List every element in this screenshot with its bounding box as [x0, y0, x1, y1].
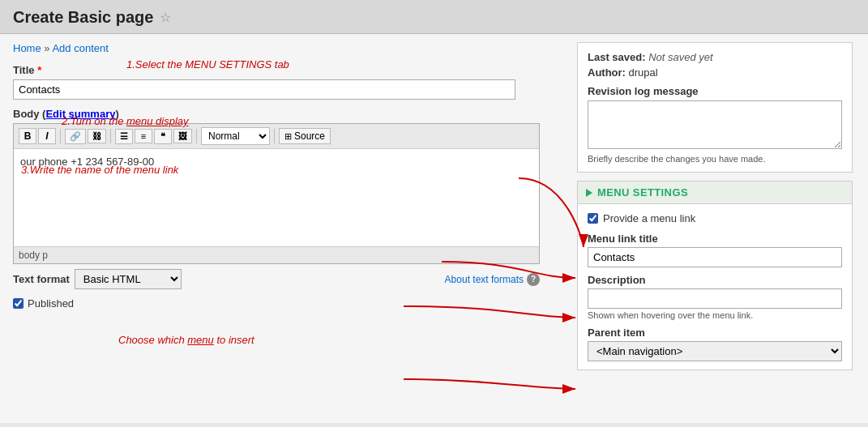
unlink-button[interactable]: ⛓: [88, 129, 106, 143]
description-input[interactable]: [588, 288, 842, 309]
annotation-step4: Choose which menu to insert: [118, 334, 254, 346]
page-header: Create Basic page ☆: [0, 0, 868, 34]
toolbar-separator-2: [110, 129, 111, 143]
menu-settings-header[interactable]: MENU SETTINGS: [578, 181, 852, 204]
bold-button[interactable]: B: [19, 128, 36, 144]
last-saved-value: Not saved yet: [648, 51, 713, 63]
editor-footer: body p: [14, 246, 539, 263]
title-input[interactable]: [13, 79, 515, 100]
link-button[interactable]: 🔗: [65, 129, 86, 144]
ul-button[interactable]: ☰: [115, 129, 133, 144]
menu-link-title-label: Menu link title: [588, 233, 842, 245]
about-formats-group: About text formats ?: [445, 273, 540, 286]
toolbar-separator-3: [196, 129, 197, 143]
toolbar-separator-1: [60, 129, 61, 143]
right-column: Last saved: Not saved yet Author: drupal…: [577, 42, 853, 415]
published-row: Published: [13, 297, 564, 310]
description-label: Description: [588, 274, 842, 286]
menu-link-title-group: Menu link title: [588, 233, 842, 267]
text-format-left: Text format Basic HTML Full HTML Restric…: [13, 269, 182, 289]
ol-button[interactable]: ≡: [135, 129, 152, 143]
last-saved-label: Last saved:: [588, 51, 646, 63]
breadcrumb-home[interactable]: Home: [13, 42, 41, 54]
toolbar-separator-4: [274, 129, 275, 143]
title-required-marker: *: [37, 64, 41, 76]
source-icon: ⊞: [284, 131, 292, 142]
editor-path: body p: [19, 250, 48, 261]
parent-item-select[interactable]: <Main navigation> -- My account -- Conta…: [588, 341, 842, 361]
format-select[interactable]: Normal Heading 1 Heading 2: [201, 127, 270, 145]
provide-link-label: Provide a menu link: [603, 212, 695, 224]
left-column: Home » Add content Title * Body (Edit su…: [13, 42, 564, 415]
revision-hint: Briefly describe the changes you have ma…: [588, 154, 842, 164]
revision-log-label: Revision log message: [588, 85, 842, 97]
breadcrumb-separator: »: [44, 42, 49, 54]
editor-wrapper: B I 🔗 ⛓ ☰ ≡ ❝ 🖼 Normal Heading 1 Heading…: [13, 123, 540, 264]
source-label: Source: [294, 130, 325, 142]
provide-link-row: Provide a menu link: [588, 212, 842, 224]
edit-summary-link[interactable]: Edit summary: [45, 108, 115, 120]
quote-button[interactable]: ❝: [154, 129, 172, 144]
bookmark-icon[interactable]: ☆: [160, 10, 171, 25]
description-group: Description Shown when hovering over the…: [588, 274, 842, 320]
menu-settings-content: Provide a menu link Menu link title Desc…: [578, 204, 852, 369]
author-row: Author: drupal: [588, 66, 842, 79]
title-field-label: Title *: [13, 64, 564, 76]
author-label: Author:: [588, 66, 626, 79]
text-format-row: Text format Basic HTML Full HTML Restric…: [13, 269, 540, 289]
about-formats-link[interactable]: About text formats: [445, 274, 524, 285]
editor-text: our phone +1 234 567-89-00: [20, 156, 532, 168]
published-label: Published: [28, 297, 74, 310]
text-format-label: Text format: [13, 273, 70, 285]
source-button[interactable]: ⊞ Source: [279, 128, 331, 144]
text-format-select[interactable]: Basic HTML Full HTML Restricted HTML: [75, 269, 182, 289]
image-button[interactable]: 🖼: [173, 129, 192, 143]
help-icon[interactable]: ?: [527, 273, 540, 286]
provide-link-checkbox[interactable]: [588, 213, 598, 224]
published-checkbox[interactable]: [13, 298, 24, 309]
body-label: Body (Edit summary): [13, 108, 564, 120]
page-body: Home » Add content Title * Body (Edit su…: [0, 34, 868, 423]
author-value: drupal: [629, 66, 658, 79]
description-hint: Shown when hovering over the menu link.: [588, 310, 842, 320]
parent-item-label: Parent item: [588, 327, 842, 339]
editor-toolbar: B I 🔗 ⛓ ☰ ≡ ❝ 🖼 Normal Heading 1 Heading…: [14, 124, 539, 149]
editor-content[interactable]: our phone +1 234 567-89-00: [14, 149, 539, 246]
parent-item-row: Parent item <Main navigation> -- My acco…: [588, 327, 842, 361]
italic-button[interactable]: I: [38, 128, 56, 144]
page-title: Create Basic page: [13, 8, 153, 27]
breadcrumb-add-content[interactable]: Add content: [52, 42, 108, 54]
menu-settings-box: MENU SETTINGS Provide a menu link Menu l…: [577, 181, 853, 370]
triangle-icon: [586, 189, 592, 197]
revision-log-textarea[interactable]: [588, 100, 842, 149]
menu-link-title-input[interactable]: [588, 247, 842, 267]
menu-settings-title: MENU SETTINGS: [597, 186, 688, 199]
breadcrumb: Home » Add content: [13, 42, 564, 54]
last-saved-row: Last saved: Not saved yet: [588, 51, 842, 63]
meta-box: Last saved: Not saved yet Author: drupal…: [577, 42, 853, 173]
